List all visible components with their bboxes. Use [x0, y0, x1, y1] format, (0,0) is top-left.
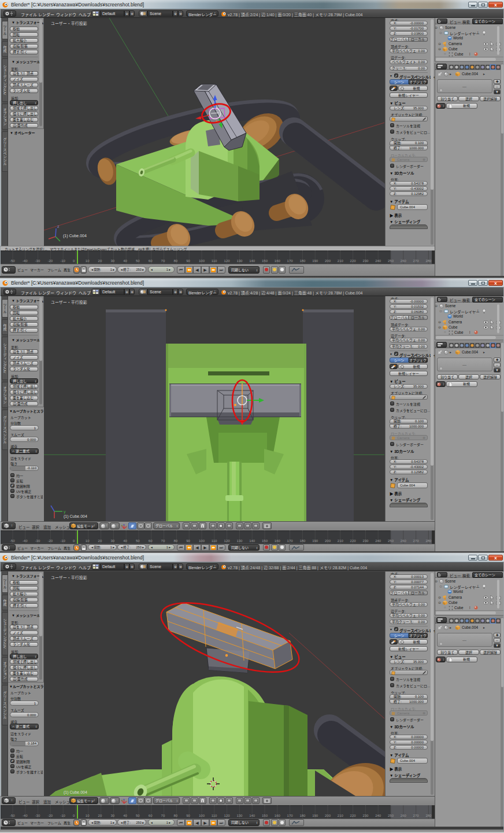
svg-text:y: y: [64, 510, 66, 514]
svg-text:z: z: [57, 224, 60, 228]
